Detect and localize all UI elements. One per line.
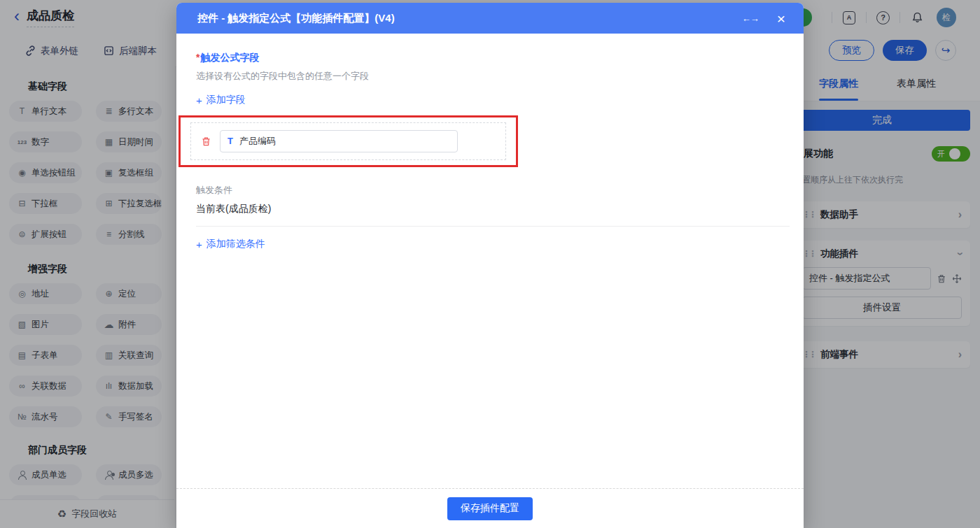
trigger-field-desc: 选择设有公式的字段中包含的任意一个字段 [196,70,790,83]
annotation-highlight-box: T 产品编码 [178,115,518,167]
plugin-config-modal: 控件 - 触发指定公式【功能插件配置】(V4) ←→ × *触发公式字段 选择设… [176,3,804,528]
plus-icon: + [196,94,202,106]
modal-footer: 保存插件配置 [176,488,804,528]
trigger-field-value: 产品编码 [239,135,276,148]
trigger-field-select[interactable]: T 产品编码 [220,130,458,152]
add-filter-link[interactable]: + 添加筛选条件 [196,238,265,250]
add-field-label: 添加字段 [206,94,246,106]
field-row: T 产品编码 [190,122,506,160]
required-mark: * [196,52,200,63]
expand-icon[interactable]: ←→ [742,13,759,24]
trigger-field-label: 触发公式字段 [200,52,259,63]
plus-icon: + [196,238,202,250]
save-plugin-config-button[interactable]: 保存插件配置 [447,497,533,520]
add-filter-label: 添加筛选条件 [206,238,265,250]
single-line-text-icon: T [227,136,233,147]
modal-body: *触发公式字段 选择设有公式的字段中包含的任意一个字段 + 添加字段 T 产品编… [176,34,804,488]
modal-title: 控件 - 触发指定公式【功能插件配置】(V4) [197,12,395,25]
delete-field-trash-icon[interactable] [201,136,211,147]
modal-header: 控件 - 触发指定公式【功能插件配置】(V4) ←→ × [176,3,804,34]
trigger-condition-value[interactable]: 当前表(成品质检) [196,203,790,227]
close-icon[interactable]: × [777,11,785,26]
trigger-condition-label: 触发条件 [196,184,790,197]
add-field-link[interactable]: + 添加字段 [196,94,246,106]
